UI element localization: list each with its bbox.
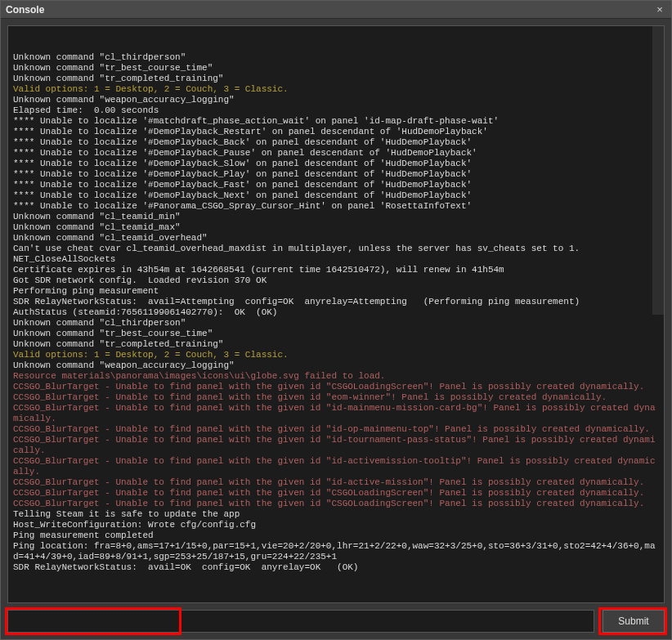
log-line: Valid options: 1 = Desktop, 2 = Couch, 3… — [13, 84, 659, 95]
log-line: NET_CloseAllSockets — [13, 254, 659, 265]
submit-button[interactable]: Submit — [603, 610, 665, 633]
log-line: CCSGO_BlurTarget - Unable to find panel … — [13, 499, 659, 509]
log-line: Unknown command "tr_best_course_time" — [13, 63, 659, 74]
log-line: Certificate expires in 43h54m at 1642668… — [13, 265, 659, 275]
log-line: **** Unable to localize '#DemoPlayback_F… — [13, 180, 659, 190]
log-line: **** Unable to localize '#DemoPlayback_B… — [13, 137, 659, 148]
log-line: Can't use cheat cvar cl_teamid_overhead_… — [13, 244, 659, 254]
log-line: CCSGO_BlurTarget - Unable to find panel … — [13, 424, 659, 435]
console-output[interactable]: Unknown command "cl_thirdperson"Unknown … — [7, 25, 665, 603]
input-wrap — [7, 610, 594, 633]
log-line: Unknown command "cl_teamid_min" — [13, 212, 659, 222]
log-line: **** Unable to localize '#Panorama_CSGO_… — [13, 201, 659, 212]
log-line: Unknown command "weapon_accuracy_logging… — [13, 360, 659, 371]
log-line: Unknown command "cl_teamid_max" — [13, 222, 659, 233]
log-line: Ping measurement completed — [13, 530, 659, 541]
log-line: SDR RelayNetworkStatus: avail=Attempting… — [13, 297, 659, 307]
log-line: **** Unable to localize '#DemoPlayback_S… — [13, 159, 659, 169]
titlebar[interactable]: Console × — [1, 1, 671, 19]
log-line: Unknown command "weapon_accuracy_logging… — [13, 95, 659, 105]
log-line: Unknown command "cl_teamid_overhead" — [13, 233, 659, 244]
log-line: Valid options: 1 = Desktop, 2 = Couch, 3… — [13, 350, 659, 360]
log-line: Performing ping measurement — [13, 286, 659, 297]
log-line: **** Unable to localize '#DemoPlayback_N… — [13, 190, 659, 201]
log-line: Got SDR network config. Loaded revision … — [13, 275, 659, 286]
log-line: **** Unable to localize '#DemoPlayback_P… — [13, 148, 659, 159]
log-line: CCSGO_BlurTarget - Unable to find panel … — [13, 477, 659, 488]
scrollbar[interactable] — [652, 26, 664, 315]
log-line: Host_WriteConfiguration: Wrote cfg/confi… — [13, 520, 659, 530]
log-line: Unknown command "tr_best_course_time" — [13, 329, 659, 339]
log-line: Unknown command "cl_thirdperson" — [13, 52, 659, 63]
window-title: Console — [6, 4, 653, 16]
log-line: CCSGO_BlurTarget - Unable to find panel … — [13, 382, 659, 392]
log-line: CCSGO_BlurTarget - Unable to find panel … — [13, 488, 659, 499]
log-line: CCSGO_BlurTarget - Unable to find panel … — [13, 392, 659, 403]
log-line: Unknown command "tr_completed_training" — [13, 339, 659, 350]
log-line: AuthStatus (steamid:76561199061402770): … — [13, 307, 659, 318]
console-input[interactable] — [7, 610, 594, 633]
log-line: CCSGO_BlurTarget - Unable to find panel … — [13, 403, 659, 424]
log-line: Unknown command "cl_thirdperson" — [13, 318, 659, 329]
log-line: **** Unable to localize '#DemoPlayback_R… — [13, 127, 659, 137]
log-line: **** Unable to localize '#matchdraft_pha… — [13, 116, 659, 127]
log-line: Elapsed time: 0.00 seconds — [13, 105, 659, 116]
log-line: CCSGO_BlurTarget - Unable to find panel … — [13, 435, 659, 456]
log-line: CCSGO_BlurTarget - Unable to find panel … — [13, 456, 659, 477]
log-line: Resource materials\panorama\images\icons… — [13, 371, 659, 382]
log-line: Ping location: fra=8+0,ams=17+1/15+0,par… — [13, 541, 659, 562]
log-line: Telling Steam it is safe to update the a… — [13, 509, 659, 520]
console-window: Console × Unknown command "cl_thirdperso… — [0, 0, 672, 640]
console-body: Unknown command "cl_thirdperson"Unknown … — [1, 19, 671, 639]
log-line: Unknown command "tr_completed_training" — [13, 74, 659, 84]
input-row: Submit — [7, 610, 665, 633]
log-line: **** Unable to localize '#DemoPlayback_P… — [13, 169, 659, 180]
log-line: SDR RelayNetworkStatus: avail=OK config=… — [13, 562, 659, 573]
close-icon[interactable]: × — [653, 3, 666, 16]
